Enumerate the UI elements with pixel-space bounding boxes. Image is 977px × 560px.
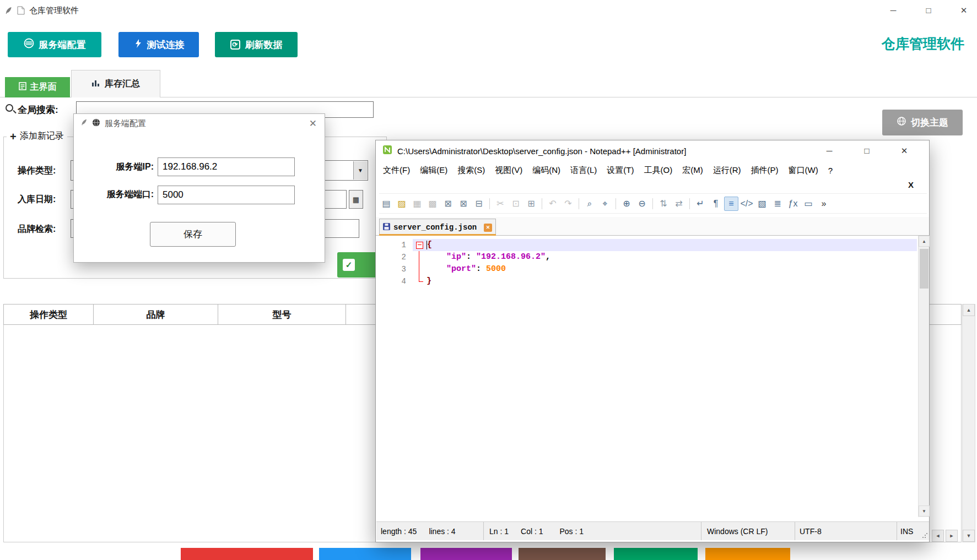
paste-icon[interactable]: ⊞ <box>524 197 538 211</box>
color-bar-5 <box>614 548 698 560</box>
code-line-4[interactable]: 4} <box>379 275 929 287</box>
close-all-icon[interactable]: ⊠ <box>456 197 471 211</box>
np-menu-item[interactable]: 运行(R) <box>708 163 746 178</box>
scroll-up-icon[interactable]: ▲ <box>963 304 975 316</box>
server-config-button[interactable]: 服务端配置 <box>8 32 101 57</box>
resize-grip[interactable] <box>922 533 927 539</box>
minimize-button[interactable]: ─ <box>879 0 907 21</box>
open-folder-icon[interactable]: ▨ <box>395 197 409 211</box>
np-menu-item[interactable]: 搜索(S) <box>452 163 490 178</box>
code-line-2[interactable]: 2 "ip": "192.168.96.2", <box>379 251 929 263</box>
table-header-cell[interactable]: 型号 <box>218 304 346 325</box>
np-menu-item[interactable]: 设置(T) <box>602 163 639 178</box>
np-toolbar-separator <box>579 198 579 209</box>
sync-scroll-v-icon[interactable]: ⇅ <box>656 197 671 211</box>
line-number: 2 <box>379 251 413 263</box>
fold-guide <box>413 263 427 275</box>
np-menu-item[interactable]: 编辑(E) <box>415 163 452 178</box>
replace-icon[interactable]: ⌖ <box>598 197 612 211</box>
token-brace: { <box>427 239 432 251</box>
word-wrap-icon[interactable]: ↵ <box>693 197 708 211</box>
undo-icon[interactable]: ↶ <box>546 197 560 211</box>
notepad-titlebar: C:\Users\Administrator\Desktop\server_co… <box>376 140 929 161</box>
np-scroll-down-icon[interactable]: ▼ <box>919 505 930 516</box>
np-tab-close-icon[interactable]: ✕ <box>484 224 492 232</box>
np-scroll-up-icon[interactable]: ▲ <box>919 236 930 247</box>
find-icon[interactable]: ⌕ <box>582 197 597 211</box>
save-button[interactable]: 保存 <box>150 222 236 247</box>
redo-icon[interactable]: ↷ <box>561 197 575 211</box>
tab-inventory-label: 库存汇总 <box>105 78 140 90</box>
main-window: 仓库管理软件 ─ □ ✕ 服务端配置 测试连接 ⟳ 刷新数据 仓库管理软件 主界… <box>0 0 977 560</box>
tab-inventory-summary[interactable]: 库存汇总 <box>71 70 160 97</box>
line-number: 4 <box>379 275 413 287</box>
np-menubar: 文件(F)编辑(E)搜索(S)视图(V)编码(N)语言(L)设置(T)工具(O)… <box>378 161 838 179</box>
code-line-body: "port": 5000 <box>413 263 917 275</box>
np-scrollbar-thumb[interactable] <box>920 249 929 289</box>
doc-map-icon[interactable]: ▧ <box>755 197 769 211</box>
np-editor-lines[interactable]: 1{2 "ip": "192.168.96.2",3 "port": 50004… <box>379 236 929 517</box>
save-all-icon[interactable]: ▩ <box>425 197 440 211</box>
server-port-input[interactable] <box>158 186 295 204</box>
np-minimize-button[interactable]: ─ <box>817 140 842 161</box>
table-vertical-scrollbar[interactable] <box>962 304 975 542</box>
np-menu-item[interactable]: 窗口(W) <box>783 163 823 178</box>
np-close-button[interactable]: ✕ <box>892 140 917 161</box>
add-record-section[interactable]: + 添加新记录 <box>7 131 67 142</box>
chevron-down-icon[interactable]: ▼ <box>353 161 367 180</box>
doc-list-icon[interactable]: ≣ <box>770 197 785 211</box>
np-menu-item[interactable]: 编码(N) <box>527 163 565 178</box>
show-all-chars-icon[interactable]: ¶ <box>709 197 723 211</box>
copy-icon[interactable]: ⊡ <box>509 197 523 211</box>
cut-icon[interactable]: ✂ <box>493 197 508 211</box>
save-icon[interactable]: ▦ <box>410 197 424 211</box>
token-key: "ip" <box>446 251 466 263</box>
scroll-down-icon[interactable]: ▼ <box>963 530 975 542</box>
maximize-button[interactable]: □ <box>915 0 942 21</box>
np-menu-item[interactable]: 文件(F) <box>378 163 415 178</box>
zoom-out-icon[interactable]: ⊖ <box>635 197 649 211</box>
close-doc-icon[interactable]: ⊠ <box>441 197 455 211</box>
np-maximize-button[interactable]: □ <box>854 140 879 161</box>
monitor-icon[interactable]: ▭ <box>801 197 816 211</box>
test-connection-button[interactable]: 测试连接 <box>118 32 199 57</box>
np-menu-item[interactable]: 语言(L) <box>565 163 602 178</box>
np-editor-scrollbar[interactable]: ▲ ▼ <box>918 236 929 517</box>
np-menu-item[interactable]: 视图(V) <box>490 163 527 178</box>
scroll-left-icon[interactable]: ◄ <box>932 530 944 542</box>
print-icon[interactable]: ⊟ <box>472 197 486 211</box>
bar-chart-icon <box>91 79 100 89</box>
zoom-in-icon[interactable]: ⊕ <box>619 197 634 211</box>
dialog-close-icon[interactable]: ✕ <box>309 118 317 129</box>
switch-theme-button[interactable]: 切换主题 <box>882 110 963 135</box>
function-list-icon[interactable]: ƒx <box>786 197 800 211</box>
np-menu-item[interactable]: 工具(O) <box>639 163 677 178</box>
table-header-cell[interactable]: 操作类型 <box>3 304 94 325</box>
status-col: Col : 1 <box>521 527 543 536</box>
server-ip-input[interactable] <box>158 157 295 176</box>
np-document-tab[interactable]: server_config.json ✕ <box>379 219 496 236</box>
server-config-dialog: 服务端配置 ✕ 服务端IP: 服务端端口: 保存 <box>73 113 325 263</box>
sync-scroll-h-icon[interactable]: ⇄ <box>672 197 686 211</box>
main-window-title: 仓库管理软件 <box>29 6 79 16</box>
syntax-icon[interactable]: </> <box>740 197 754 211</box>
np-secondary-close-icon[interactable]: X <box>908 180 914 189</box>
tab-main-interface[interactable]: 主界面 <box>5 77 70 97</box>
np-menu-item[interactable]: 插件(P) <box>746 163 783 178</box>
np-toolbar: ▤▨▦▩⊠⊠⊟✂⊡⊞↶↷⌕⌖⊕⊖⇅⇄↵¶≡</>▧≣ƒx▭» <box>379 193 927 214</box>
overflow-icon[interactable]: » <box>817 197 831 211</box>
np-menu-item[interactable]: ? <box>823 164 838 177</box>
calendar-button[interactable]: ▦ <box>349 190 363 209</box>
np-menu-item[interactable]: 宏(M) <box>677 163 708 178</box>
table-header-cell[interactable]: 品牌 <box>94 304 218 325</box>
refresh-data-button[interactable]: ⟳ 刷新数据 <box>215 32 298 57</box>
fold-collapse-icon[interactable] <box>413 239 427 251</box>
indent-guide-icon[interactable]: ≡ <box>724 197 738 211</box>
code-line-3[interactable]: 3 "port": 5000 <box>379 263 929 275</box>
token-brace: } <box>427 275 431 287</box>
new-file-icon[interactable]: ▤ <box>379 197 393 211</box>
global-search-label: 全局搜索: <box>18 104 58 116</box>
code-line-1[interactable]: 1{ <box>379 239 929 251</box>
close-button[interactable]: ✕ <box>950 0 977 21</box>
scroll-right-icon[interactable]: ► <box>946 530 958 542</box>
